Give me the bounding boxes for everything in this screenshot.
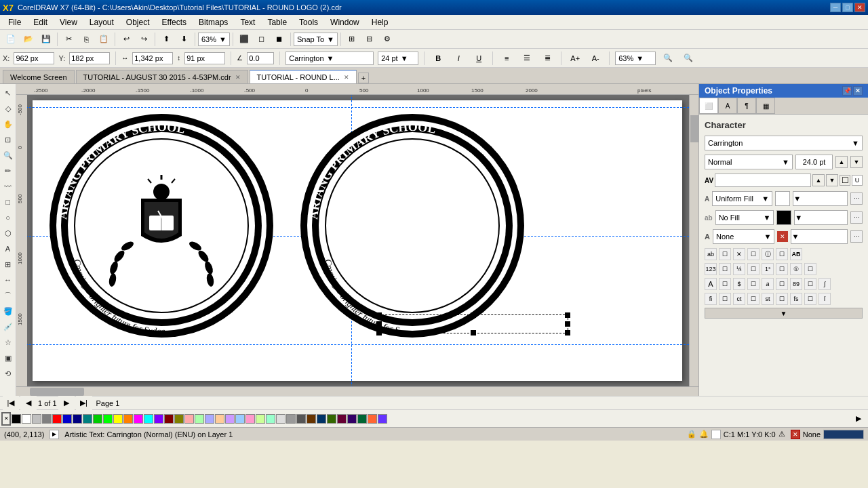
char-icon-italic-a[interactable]: a: [762, 278, 774, 290]
color-violet[interactable]: [378, 414, 387, 424]
smear-tool[interactable]: ✋: [1, 117, 16, 131]
outline-extra-dropdown[interactable]: ▼: [794, 210, 848, 225]
crop-tool[interactable]: ⊡: [1, 132, 16, 147]
minimize-button[interactable]: ─: [830, 3, 841, 12]
color-light-blue[interactable]: [205, 414, 214, 424]
tab-tutorial2[interactable]: TUTORIAL - ROUND L... ✕: [250, 70, 357, 83]
handle-bc[interactable]: [471, 330, 476, 336]
import-button[interactable]: ⬆: [158, 32, 174, 47]
av-up[interactable]: ▲: [812, 174, 825, 186]
status-arrow[interactable]: ▶: [50, 430, 59, 439]
zoom-dropdown[interactable]: 63% ▼: [198, 33, 230, 46]
new-button[interactable]: 📄: [3, 32, 19, 47]
color-rose[interactable]: [245, 414, 255, 424]
italic-button[interactable]: I: [450, 51, 467, 66]
color-mid-gray[interactable]: [286, 414, 296, 424]
panel-tab-object[interactable]: ⬜: [699, 98, 718, 114]
zoom-out-button[interactable]: 🔍: [680, 51, 696, 66]
char-icon-x[interactable]: ✕: [733, 248, 745, 260]
color-dark-green[interactable]: [327, 414, 336, 424]
av-underline[interactable]: U: [852, 175, 863, 186]
effect-x-btn[interactable]: ✕: [777, 231, 788, 242]
fontsize-dropdown[interactable]: 24 pt ▼: [378, 52, 418, 65]
bold-button[interactable]: B: [430, 51, 446, 66]
color-gray2[interactable]: [42, 414, 52, 424]
panel-close-button[interactable]: ✕: [853, 86, 863, 96]
rect-tool[interactable]: □: [1, 195, 16, 209]
text-tool[interactable]: A: [1, 241, 16, 256]
color-coral[interactable]: [368, 414, 377, 424]
color-black[interactable]: [12, 414, 21, 424]
paste-button[interactable]: 📋: [96, 32, 112, 47]
color-cyan[interactable]: [144, 414, 153, 424]
menu-bitmaps[interactable]: Bitmaps: [193, 16, 233, 29]
menu-window[interactable]: Window: [325, 16, 365, 29]
panel-fontsize-up[interactable]: ▲: [835, 156, 848, 168]
char-icon-a-big[interactable]: A: [705, 278, 717, 290]
guide-button[interactable]: ⊟: [361, 32, 378, 47]
color-olive[interactable]: [174, 414, 184, 424]
copy-button[interactable]: ⎘: [78, 32, 94, 47]
menu-layout[interactable]: Layout: [84, 16, 119, 29]
titlebar-controls[interactable]: ─ □ ✕: [830, 3, 865, 12]
char-icon-89[interactable]: 89: [790, 278, 802, 290]
outline-settings-btn[interactable]: ⋯: [850, 211, 863, 224]
panel-fontsize-down[interactable]: ▼: [850, 156, 863, 168]
panel-fontsize-input[interactable]: [795, 155, 833, 169]
av-input[interactable]: [715, 174, 811, 187]
panel-effect-dropdown[interactable]: None ▼: [713, 229, 775, 244]
color-maroon[interactable]: [164, 414, 174, 424]
transform-tool[interactable]: ⟲: [1, 366, 16, 381]
effect-extra-dropdown[interactable]: ▼: [791, 229, 848, 244]
font-dropdown[interactable]: Carrington ▼: [285, 52, 374, 65]
fill-tool[interactable]: 🪣: [1, 304, 16, 319]
close-button[interactable]: ✕: [854, 3, 865, 12]
zoom-tool[interactable]: 🔍: [1, 148, 16, 163]
panel-tab-para[interactable]: ¶: [737, 98, 756, 114]
menu-file[interactable]: File: [3, 16, 26, 29]
decrease-size-btn[interactable]: A-: [587, 51, 604, 66]
hscroll[interactable]: [16, 386, 698, 396]
panel-style-dropdown[interactable]: Normal ▼: [705, 155, 793, 169]
menu-effects[interactable]: Effects: [157, 16, 192, 29]
ellipse-tool[interactable]: ○: [1, 210, 16, 225]
shadow-tool[interactable]: ▣: [1, 350, 16, 365]
menu-object[interactable]: Object: [121, 16, 155, 29]
char-icon-st[interactable]: st: [762, 293, 774, 305]
panel-outline-dropdown[interactable]: No Fill ▼: [715, 210, 774, 225]
x-input[interactable]: [14, 52, 54, 64]
menu-view[interactable]: View: [54, 16, 83, 29]
full-screen-button[interactable]: ⬛: [236, 32, 252, 47]
export-button[interactable]: ⬇: [176, 32, 192, 47]
char-icon-ordinal[interactable]: ①: [790, 263, 802, 275]
artistic-tool[interactable]: 〰: [1, 179, 16, 194]
eyedropper-tool[interactable]: 💉: [1, 319, 16, 334]
color-white[interactable]: [22, 414, 31, 424]
color-dark-gray[interactable]: [296, 414, 306, 424]
color-teal[interactable]: [83, 414, 92, 424]
snap-dropdown[interactable]: Snap To ▼: [294, 33, 338, 46]
tab-tutorial2-close[interactable]: ✕: [344, 74, 349, 81]
panel-expand-btn[interactable]: ▼: [705, 308, 863, 319]
maximize-button[interactable]: □: [842, 3, 853, 12]
y-input[interactable]: [69, 52, 110, 64]
handle-bl[interactable]: [376, 330, 382, 336]
color-purple[interactable]: [154, 414, 163, 424]
menu-text[interactable]: Text: [235, 16, 260, 29]
interactive-tool[interactable]: ☆: [1, 335, 16, 350]
color-deep-rose[interactable]: [337, 414, 347, 424]
save-button[interactable]: 💾: [38, 32, 54, 47]
color-sky-blue[interactable]: [235, 414, 245, 424]
color-light-pink[interactable]: [184, 414, 194, 424]
panel-fill-dropdown[interactable]: Uniform Fill ▼: [712, 191, 772, 206]
char-icon-info[interactable]: ⓘ: [762, 248, 774, 260]
char-icon-sub[interactable]: ab: [705, 248, 717, 260]
tab-add-button[interactable]: +: [358, 73, 369, 83]
zoom-in-button[interactable]: 🔍: [660, 51, 676, 66]
color-lavender[interactable]: [225, 414, 235, 424]
panel-tab-frame[interactable]: ▦: [756, 98, 775, 114]
menu-help[interactable]: Help: [366, 16, 394, 29]
char-icon-123[interactable]: 123: [705, 263, 717, 275]
char-icon-s-dollar[interactable]: $: [733, 278, 745, 290]
handle-br[interactable]: [565, 330, 570, 336]
